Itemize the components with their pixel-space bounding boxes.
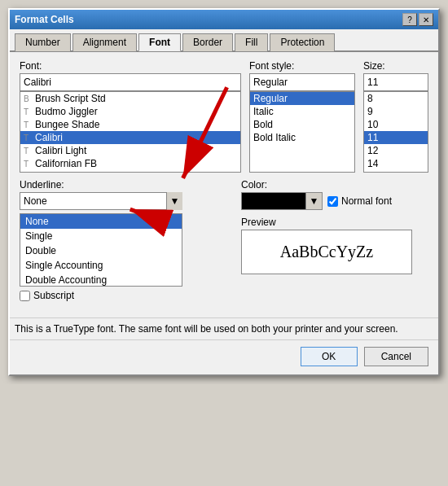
normal-font-check: Normal font (327, 195, 392, 207)
font-type-icon: T (24, 160, 35, 169)
font-column: Font: BBrush Script Std TBudmo Jiggler T… (20, 60, 241, 173)
underline-input[interactable] (20, 192, 182, 210)
style-list[interactable]: Regular Italic Bold Bold Italic (249, 91, 355, 173)
color-label: Color: (241, 179, 428, 190)
underline-section: Underline: ▼ None Single Double Single A… (20, 179, 233, 287)
font-type-icon: T (24, 120, 35, 129)
size-input[interactable] (363, 73, 428, 91)
size-label: Size: (363, 60, 428, 72)
style-list-item-bold[interactable]: Bold (250, 118, 354, 131)
underline-color-row: Underline: ▼ None Single Double Single A… (20, 179, 428, 287)
info-text: This is a TrueType font. The same font w… (10, 317, 438, 339)
font-type-icon: T (24, 134, 35, 142)
font-tab-content: Font: BBrush Script Std TBudmo Jiggler T… (10, 52, 438, 309)
close-button[interactable]: ✕ (419, 13, 433, 26)
underline-dropdown-list[interactable]: None Single Double Single Accounting Dou… (20, 213, 182, 287)
size-column: Size: 8 9 10 11 12 14 (363, 60, 428, 173)
tab-protection[interactable]: Protection (270, 33, 335, 51)
cancel-button[interactable]: Cancel (364, 347, 428, 366)
button-row: OK Cancel (10, 339, 438, 374)
list-item[interactable]: BBrush Script Std (20, 92, 240, 105)
title-bar: Format Cells ? ✕ (10, 10, 438, 29)
font-input[interactable] (20, 73, 241, 91)
tab-fill[interactable]: Fill (235, 33, 268, 51)
underline-option-double[interactable]: Double (20, 243, 182, 258)
normal-font-label: Normal font (341, 195, 392, 207)
color-dropdown-button[interactable]: ▼ (306, 192, 323, 210)
style-list-item-bolditalic[interactable]: Bold Italic (250, 131, 354, 144)
subscript-label: Subscript (33, 290, 74, 301)
underline-option-single-accounting[interactable]: Single Accounting (20, 258, 182, 273)
underline-option-single[interactable]: Single (20, 229, 182, 243)
color-swatch[interactable] (241, 192, 306, 210)
tab-border[interactable]: Border (182, 33, 233, 51)
size-list[interactable]: 8 9 10 11 12 14 (363, 91, 428, 173)
color-preview-column: Color: ▼ Normal font (241, 179, 428, 287)
ok-button[interactable]: OK (301, 347, 358, 366)
title-bar-buttons: ? ✕ (402, 13, 433, 26)
color-section: Color: ▼ Normal font (241, 179, 428, 210)
underline-select-wrapper: ▼ (20, 192, 182, 210)
tab-number[interactable]: Number (15, 33, 71, 51)
font-type-icon: B (24, 94, 35, 103)
list-item[interactable]: TCalifornian FB (20, 157, 240, 170)
size-list-item[interactable]: 14 (364, 157, 428, 170)
list-item[interactable]: TBungee Shade (20, 118, 240, 131)
preview-text: AaBbCcYyZz (280, 243, 373, 261)
font-style-size-row: Font: BBrush Script Std TBudmo Jiggler T… (20, 60, 428, 173)
font-label: Font: (20, 60, 241, 72)
size-list-item[interactable]: 10 (364, 118, 428, 131)
preview-label: Preview (241, 217, 428, 228)
subscript-row: Subscript (20, 290, 428, 301)
font-list[interactable]: BBrush Script Std TBudmo Jiggler TBungee… (20, 91, 241, 173)
preview-box: AaBbCcYyZz (241, 230, 412, 274)
underline-option-double-accounting[interactable]: Double Accounting (20, 273, 182, 287)
dialog-title: Format Cells (15, 14, 74, 25)
style-label: Font style: (249, 60, 355, 72)
size-list-item[interactable]: 8 (364, 92, 428, 105)
size-list-item[interactable]: 12 (364, 144, 428, 157)
style-column: Font style: Regular Italic Bold Bold Ita… (249, 60, 355, 173)
subscript-checkbox[interactable] (20, 291, 30, 301)
style-list-item-italic[interactable]: Italic (250, 105, 354, 118)
list-item[interactable]: TBudmo Jiggler (20, 105, 240, 118)
size-list-item[interactable]: 9 (364, 105, 428, 118)
color-picker-wrapper: ▼ (241, 192, 323, 210)
font-type-icon: T (24, 107, 35, 116)
style-list-item-regular[interactable]: Regular (250, 92, 354, 105)
help-button[interactable]: ? (402, 13, 417, 26)
tab-alignment[interactable]: Alignment (72, 33, 137, 51)
style-input[interactable] (249, 73, 355, 91)
list-item-selected[interactable]: TCalibri (20, 131, 240, 144)
tab-font[interactable]: Font (138, 33, 181, 51)
size-list-item-selected[interactable]: 11 (364, 131, 428, 144)
underline-option-none[interactable]: None (20, 214, 182, 229)
color-row: ▼ Normal font (241, 192, 428, 210)
tabs-row: Number Alignment Font Border Fill Protec… (10, 29, 438, 52)
preview-section: Preview AaBbCcYyZz (241, 217, 428, 274)
font-type-icon: T (24, 147, 35, 155)
underline-label: Underline: (20, 179, 233, 190)
list-item[interactable]: TCalibri Light (20, 144, 240, 157)
format-cells-dialog: Format Cells ? ✕ Number Alignment Font B… (8, 8, 440, 376)
normal-font-checkbox[interactable] (327, 196, 338, 207)
